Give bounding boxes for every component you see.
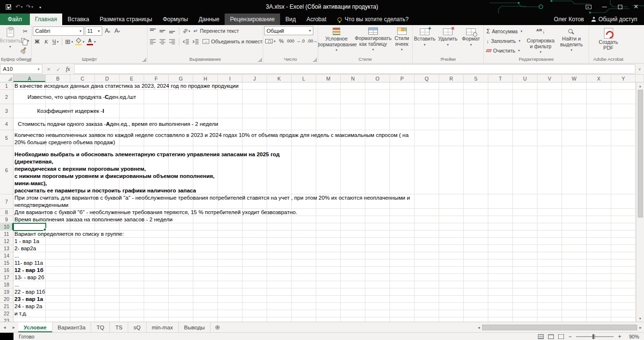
- cell-N2[interactable]: [341, 90, 365, 104]
- column-header-S[interactable]: S: [464, 75, 488, 82]
- cell-Y4[interactable]: [611, 118, 636, 130]
- cell-F12[interactable]: [144, 238, 169, 245]
- cell-E14[interactable]: [120, 252, 144, 259]
- cell-C5[interactable]: [70, 130, 95, 146]
- cell-M9[interactable]: [316, 216, 341, 223]
- cell-Y11[interactable]: [611, 231, 636, 238]
- cell-A18[interactable]: [13, 281, 46, 288]
- cell-W20[interactable]: [562, 296, 587, 303]
- cell-N7[interactable]: [341, 194, 365, 209]
- cell-F21[interactable]: [144, 303, 169, 310]
- cell-T1[interactable]: [488, 82, 513, 90]
- cell-M5[interactable]: [316, 130, 341, 146]
- undo-button[interactable]: [14, 1, 24, 12]
- cell-K17[interactable]: [267, 274, 292, 281]
- fill-button[interactable]: Заполнить: [485, 36, 523, 45]
- tab-formulas[interactable]: Формулы: [158, 14, 193, 25]
- cell-D11[interactable]: [95, 231, 120, 238]
- cell-N15[interactable]: [341, 259, 365, 267]
- cell-R18[interactable]: [439, 281, 464, 288]
- formula-input[interactable]: [75, 64, 635, 74]
- cell-Q10[interactable]: [415, 223, 439, 231]
- cell-D7[interactable]: [95, 194, 120, 209]
- column-header-X[interactable]: X: [587, 75, 611, 82]
- cell-O16[interactable]: [365, 267, 390, 274]
- cell-Q5[interactable]: [415, 130, 439, 146]
- cell-C14[interactable]: [70, 252, 95, 259]
- cell-F18[interactable]: [144, 281, 169, 288]
- cell-P15[interactable]: [390, 259, 415, 267]
- align-top-button[interactable]: [148, 27, 157, 35]
- cell-C21[interactable]: [70, 303, 95, 310]
- autosum-button[interactable]: Автосумма: [485, 27, 523, 36]
- cell-X18[interactable]: [587, 281, 611, 288]
- row-header-17[interactable]: 17: [0, 274, 13, 281]
- cell-X2[interactable]: [587, 90, 611, 104]
- column-header-P[interactable]: P: [390, 75, 415, 82]
- cell-T11[interactable]: [488, 231, 513, 238]
- cell-O19[interactable]: [365, 288, 390, 296]
- cell-A17[interactable]: [13, 274, 46, 281]
- cell-J13[interactable]: [242, 245, 267, 252]
- column-header-B[interactable]: B: [46, 75, 70, 82]
- cell-L6[interactable]: [292, 146, 316, 194]
- merge-center-button[interactable]: Объединить и поместить в центре: [201, 37, 263, 46]
- cell-F16[interactable]: [144, 267, 169, 274]
- row-header-16[interactable]: 16: [0, 267, 13, 274]
- cell-O5[interactable]: [365, 130, 390, 146]
- cell-B4[interactable]: [46, 118, 70, 130]
- cell-F2[interactable]: [144, 90, 169, 104]
- cell-I15[interactable]: [218, 259, 242, 267]
- cell-H15[interactable]: [193, 259, 218, 267]
- row-header-18[interactable]: 18: [0, 281, 13, 288]
- cell-Y7[interactable]: [611, 194, 636, 209]
- cell-Y3[interactable]: [611, 104, 636, 118]
- cell-K1[interactable]: [267, 82, 292, 90]
- cell-Q22[interactable]: [415, 310, 439, 317]
- cell-D18[interactable]: [95, 281, 120, 288]
- customize-qat-button[interactable]: [35, 1, 45, 12]
- cell-D19[interactable]: [95, 288, 120, 296]
- cell-S21[interactable]: [464, 303, 488, 310]
- cell-L3[interactable]: [292, 104, 316, 118]
- font-size-select[interactable]: 11: [85, 27, 102, 36]
- cell-J5[interactable]: [242, 130, 267, 146]
- zoom-out-button[interactable]: [568, 333, 572, 340]
- tab-review[interactable]: Рецензирование: [225, 14, 280, 25]
- cell-Y13[interactable]: [611, 245, 636, 252]
- cell-T14[interactable]: [488, 252, 513, 259]
- cell-F13[interactable]: [144, 245, 169, 252]
- cell-B9[interactable]: [46, 216, 70, 223]
- cell-M3[interactable]: [316, 104, 341, 118]
- user-name[interactable]: Олег Котов: [554, 16, 584, 23]
- align-center-button[interactable]: [158, 37, 167, 46]
- cell-L4[interactable]: [292, 118, 316, 130]
- cell-I2[interactable]: [218, 90, 242, 104]
- cell-K20[interactable]: [267, 296, 292, 303]
- cell-P7[interactable]: [390, 194, 415, 209]
- cell-F14[interactable]: [144, 252, 169, 259]
- cell-C10[interactable]: [70, 223, 95, 231]
- cell-M16[interactable]: [316, 267, 341, 274]
- cell-P1[interactable]: [390, 82, 415, 90]
- cell-H3[interactable]: [193, 104, 218, 118]
- cell-R19[interactable]: [439, 288, 464, 296]
- cell-B12[interactable]: [46, 238, 70, 245]
- cell-U6[interactable]: [513, 146, 537, 194]
- cell-P6[interactable]: [390, 146, 415, 194]
- cell-D17[interactable]: [95, 274, 120, 281]
- cell-C16[interactable]: [70, 267, 95, 274]
- cell-R8[interactable]: [439, 209, 464, 216]
- cell-N23[interactable]: [341, 317, 365, 322]
- cell-O11[interactable]: [365, 231, 390, 238]
- cell-H10[interactable]: [193, 223, 218, 231]
- cell-W14[interactable]: [562, 252, 587, 259]
- vertical-scroll-thumb[interactable]: [638, 90, 643, 218]
- cell-B17[interactable]: [46, 274, 70, 281]
- cell-U16[interactable]: [513, 267, 537, 274]
- cell-K9[interactable]: [267, 216, 292, 223]
- cell-H20[interactable]: [193, 296, 218, 303]
- cell-V17[interactable]: [537, 274, 562, 281]
- cell-I9[interactable]: [218, 216, 242, 223]
- font-color-button[interactable]: [86, 37, 97, 46]
